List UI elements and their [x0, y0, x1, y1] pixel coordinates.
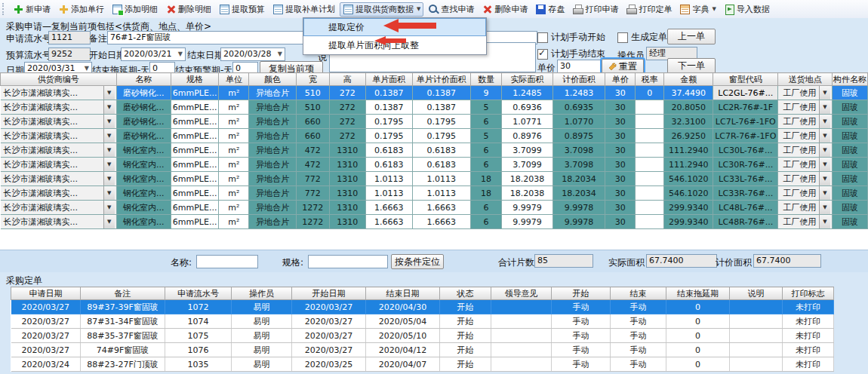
cell[interactable]: 5 [470, 100, 502, 115]
cell[interactable]: 0.8975 [553, 129, 605, 143]
delete-request-button[interactable]: 删除申请 [479, 2, 531, 17]
cell[interactable] [636, 129, 664, 143]
cell[interactable]: LC48L-76#... [713, 201, 778, 215]
table-row[interactable]: 长沙市潇湘玻璃实...▼磨砂钢化...6mmPLE...m²异地合片510272… [1, 100, 868, 115]
cell[interactable]: 固玻 [832, 86, 867, 100]
chevron-down-icon[interactable]: ▼ [819, 215, 830, 228]
chevron-down-icon[interactable]: ▼ [103, 100, 115, 114]
table-row[interactable]: 长沙市潇湘玻璃实...▼钢化室内...6mmPLE...m²异地合片772131… [1, 172, 868, 186]
new-request-button[interactable]: 新申请 [10, 2, 54, 17]
cell[interactable]: 易明 [232, 300, 292, 314]
cell[interactable]: 长沙市潇湘玻璃实...▼ [1, 100, 117, 115]
cell[interactable]: 0.1387 [365, 86, 412, 100]
table-row[interactable]: 长沙市潇湘玻璃实...▼钢化室内...6mmPLE...m²异地合片772131… [1, 186, 868, 201]
cell[interactable]: 1.6663 [412, 215, 470, 229]
cell[interactable]: 异地合片 [249, 172, 296, 186]
find-request-button[interactable]: 查找申请 [425, 2, 477, 17]
end-date-combo[interactable]: 2020/03/28▼ [220, 48, 285, 61]
cell[interactable]: 1.0113 [365, 186, 412, 201]
chevron-down-icon[interactable]: ▼ [819, 158, 830, 171]
cell[interactable]: 2020/05/04 [366, 314, 440, 329]
cell[interactable]: 9 [470, 86, 502, 100]
cell[interactable]: 2020/03/27 [11, 300, 81, 314]
cell[interactable]: 易明 [232, 329, 292, 343]
cell[interactable]: 工厂使用▼ [778, 172, 833, 186]
cell[interactable]: 1.6663 [412, 201, 470, 215]
cell[interactable]: 1310 [329, 158, 365, 172]
table-row[interactable]: 长沙市潇湘玻璃实...▼磨砂钢化...6mmPLE...m²异地合片510272… [1, 86, 868, 100]
cell[interactable]: LC30R-76#... [713, 158, 778, 172]
cell[interactable]: 磨砂钢化... [116, 86, 171, 100]
cell[interactable]: 6 [470, 158, 502, 172]
cell[interactable]: 长沙市潇湘玻璃实...▼ [1, 143, 117, 158]
cell[interactable]: 1.0770 [553, 115, 605, 129]
cell[interactable]: LC2GL-76#... [713, 86, 778, 100]
cell[interactable]: 手动 [552, 329, 611, 343]
cell[interactable]: 长沙市潇湘玻璃实...▼ [1, 172, 117, 186]
cell[interactable]: 异地合片 [249, 158, 296, 172]
cell[interactable]: 30 [605, 115, 636, 129]
cell[interactable]: 固玻 [832, 215, 867, 229]
cell[interactable]: 工厂使用▼ [778, 186, 833, 201]
table-row[interactable]: 2020/03/2488#23-27F门顶玻1035易明2020/03/2520… [11, 357, 834, 372]
cell[interactable]: m² [219, 86, 249, 100]
cell[interactable]: 1.0113 [412, 172, 470, 186]
cell[interactable]: 0.8976 [502, 129, 553, 143]
cell[interactable]: 9.9979 [502, 201, 553, 215]
cell[interactable]: 异地合片 [249, 201, 296, 215]
cell[interactable]: 0.1387 [365, 100, 412, 115]
cell[interactable] [636, 143, 664, 158]
cell[interactable]: LC33L-76#... [713, 172, 778, 186]
cell[interactable]: 未打印 [783, 314, 834, 329]
cell[interactable]: 87#31-34F窗固玻 [81, 314, 165, 329]
cell[interactable]: 开始 [440, 314, 491, 329]
cell[interactable]: 工厂使用▼ [778, 158, 833, 172]
cell[interactable]: 660 [296, 129, 329, 143]
cell[interactable]: 磨砂钢化... [116, 100, 171, 115]
locate-by-condition-button[interactable]: 按条件定位 [391, 254, 444, 269]
cell[interactable]: LC2R-76#-1F [713, 100, 778, 115]
cell[interactable]: 546.1020 [664, 186, 713, 201]
table-row[interactable]: 2020/03/2787#31-34F窗固玻1074易明2020/03/2720… [11, 314, 834, 329]
cell[interactable]: 2020/03/27 [292, 314, 366, 329]
start-date-combo[interactable]: 2020/03/21▼ [121, 48, 186, 61]
cell[interactable]: 工厂使用▼ [778, 201, 833, 215]
cell[interactable]: 18.2038 [502, 172, 553, 186]
cell[interactable]: 3.7098 [553, 158, 605, 172]
extract-supplement-plan-button[interactable]: 提取补单计划 [269, 2, 338, 17]
cell[interactable]: 2020/03/27 [292, 343, 366, 357]
chevron-down-icon[interactable]: ▼ [103, 115, 115, 128]
cell[interactable]: m² [219, 100, 249, 115]
cell[interactable]: 30 [605, 86, 636, 100]
cell[interactable]: 1.2485 [502, 86, 553, 100]
cell[interactable]: 磨砂钢化... [116, 115, 171, 129]
cell[interactable]: 固玻 [832, 115, 867, 129]
cell[interactable]: 6 [470, 201, 502, 215]
cell[interactable]: 异地合片 [249, 115, 296, 129]
print-order-button[interactable]: 打印定单 [623, 2, 675, 17]
prev-order-button[interactable]: 上一单 [667, 29, 716, 44]
cell[interactable]: 未打印 [783, 357, 834, 372]
cell[interactable]: 固玻 [832, 129, 867, 143]
cell[interactable]: 9.9978 [553, 215, 605, 229]
table-row[interactable]: 2020/03/2788#35-37F窗固玻1075易明2020/03/2720… [11, 329, 834, 343]
cell[interactable]: 手动 [611, 314, 666, 329]
cell[interactable]: 异地合片 [249, 129, 296, 143]
cell[interactable]: 0.1387 [412, 86, 470, 100]
cell[interactable]: 6mmPLE... [171, 215, 219, 229]
chevron-down-icon[interactable]: ▼ [819, 186, 830, 200]
cell[interactable]: 1.6663 [365, 201, 412, 215]
cell[interactable]: 30 [605, 201, 636, 215]
cell[interactable]: 18 [470, 172, 502, 186]
cell[interactable]: 2020/03/27 [292, 329, 366, 343]
chevron-down-icon[interactable]: ▼ [819, 129, 830, 143]
table-row[interactable]: 长沙市潇湘玻璃实...▼钢化室内...6mmPLE...m²异地合片472131… [1, 158, 868, 172]
budget-no-field[interactable]: 9252 [48, 48, 91, 61]
cell[interactable]: 开始 [440, 300, 491, 314]
cell[interactable]: 0 [666, 300, 730, 314]
cell[interactable]: 开始 [440, 329, 491, 343]
chevron-down-icon[interactable]: ▼ [712, 6, 716, 12]
cell[interactable]: 1.2483 [553, 86, 605, 100]
cell[interactable]: 工厂使用▼ [778, 129, 833, 143]
delete-detail-button[interactable]: 删除明细 [162, 2, 214, 17]
